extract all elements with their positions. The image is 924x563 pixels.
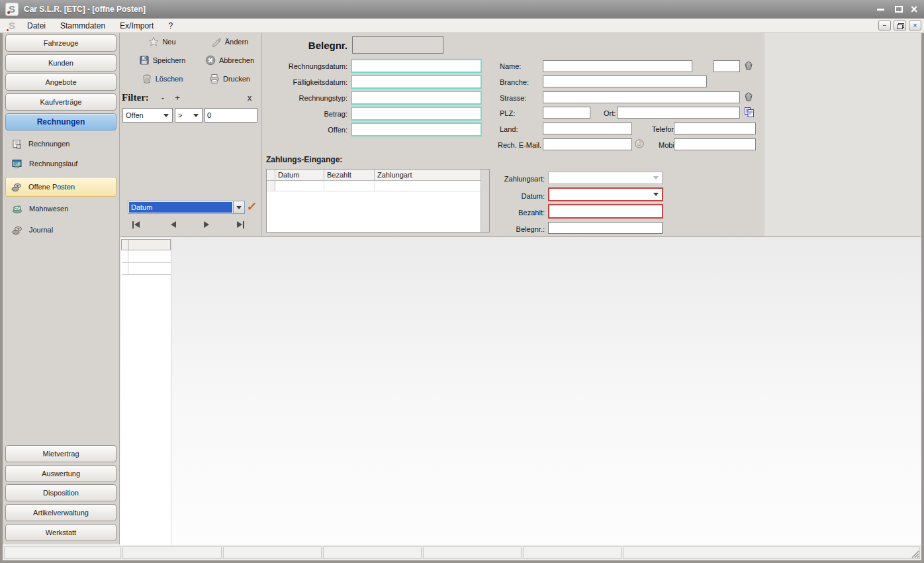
journal-icon (12, 225, 23, 235)
delete-button-label: Löschen (156, 75, 183, 83)
sort-dropdown-button[interactable] (233, 201, 244, 213)
mobil-input[interactable] (674, 138, 756, 150)
nav-first-button[interactable] (132, 219, 140, 230)
sidebar-item-kunden[interactable]: Kunden (5, 54, 116, 72)
sidebar-item-rechnungslauf[interactable]: Rechnungslauf (7, 156, 115, 171)
invoice-icon (12, 139, 22, 149)
chevron-down-icon (653, 193, 659, 199)
mdi-close-button[interactable]: × (909, 21, 921, 30)
faelligkeitsdatum-input[interactable] (351, 75, 482, 89)
column-header-zahlungart[interactable]: Zahlungart (375, 170, 481, 181)
sidebar-item-journal[interactable]: Journal (7, 223, 115, 237)
menu-stammdaten[interactable]: Stammdaten (53, 19, 113, 33)
belegnr-label: Belegnr. (261, 38, 347, 53)
status-panel (323, 546, 422, 559)
offen-input[interactable] (351, 123, 482, 136)
mdi-minimize-button[interactable]: − (878, 21, 891, 30)
column-header-datum[interactable]: Datum (275, 170, 324, 181)
filter-add-button[interactable]: + (172, 93, 183, 103)
edit-button[interactable]: Ändern (197, 34, 262, 49)
sidebar-item-disposition[interactable]: Disposition (5, 484, 116, 501)
sidebar-item-offene-posten[interactable]: Offene Posten (5, 177, 116, 197)
column-header-bezahlt[interactable]: Bezahlt (324, 170, 375, 181)
name-code-input[interactable] (714, 60, 740, 72)
minimize-button[interactable] (872, 0, 889, 19)
payments-empty-row[interactable] (267, 181, 481, 191)
sidebar-item-artikelverwaltung[interactable]: Artikelverwaltung (5, 504, 116, 521)
sidebar-item-label: Auswertung (42, 470, 80, 478)
bar-icon (132, 221, 134, 229)
cancel-button-label: Abbrechen (219, 56, 254, 64)
print-button[interactable]: Drucken (197, 72, 262, 86)
rechnungsdatum-input[interactable] (351, 59, 482, 73)
rech-email-input[interactable] (543, 138, 632, 150)
betrag-input[interactable] (351, 107, 482, 121)
filter-remove-button[interactable]: - (158, 93, 168, 103)
menu-help[interactable]: ? (161, 19, 180, 33)
app-logo-icon: S (5, 3, 19, 16)
strasse-input[interactable] (543, 91, 740, 103)
sidebar-item-rechnungen[interactable]: Rechnungen (5, 113, 116, 130)
menu-items: Datei Stammdaten Ex/Import ? (20, 19, 180, 33)
nav-next-button[interactable] (204, 219, 209, 230)
new-button[interactable]: Neu (131, 34, 193, 49)
sidebar-item-label: Angebote (45, 78, 76, 86)
sidebar-item-auswertung[interactable]: Auswertung (5, 465, 116, 482)
payment-belegnr-input[interactable] (548, 222, 663, 234)
belegnr-input[interactable] (352, 36, 443, 54)
payment-datum-select[interactable] (548, 187, 663, 201)
filter-operator-select[interactable]: > (175, 108, 203, 123)
mdi-restore-button[interactable] (894, 21, 906, 30)
close-button[interactable]: × (905, 0, 923, 19)
sidebar-item-rechnungen-sub[interactable]: Rechnungen (7, 136, 115, 151)
edit-icon (211, 36, 222, 47)
branche-input[interactable] (543, 76, 707, 87)
nav-previous-button[interactable] (171, 219, 176, 230)
address-lookup-icon[interactable] (744, 91, 753, 102)
delete-button[interactable]: Löschen (131, 72, 193, 86)
sidebar-sub-label: Offene Posten (28, 183, 75, 191)
land-input[interactable] (543, 123, 632, 134)
send-email-icon[interactable] (634, 138, 645, 149)
copy-icon[interactable] (744, 107, 755, 118)
zahlungsart-select[interactable] (548, 172, 663, 184)
land-label: Land: (500, 123, 518, 135)
sidebar-item-fahrzeuge[interactable]: Fahrzeuge (5, 34, 116, 52)
sidebar-item-kaufvertraege[interactable]: Kaufverträge (5, 93, 116, 111)
filter-close-button[interactable]: x (244, 93, 255, 103)
sort-apply-check-icon[interactable]: ✓ (246, 199, 257, 214)
faelligkeitsdatum-label: Fälligkeitsdatum: (261, 76, 347, 88)
filter-value-input[interactable] (205, 108, 257, 123)
rechnungstyp-input[interactable] (351, 91, 482, 105)
sidebar-item-angebote[interactable]: Angebote (5, 74, 116, 91)
payments-title: Zahlungs-Eingange: (266, 155, 342, 164)
results-grid-header[interactable] (121, 239, 171, 250)
row-selector-cell (267, 181, 275, 191)
payment-belegnr-label: Belegnr.: (479, 223, 545, 235)
arrow-left-icon (171, 221, 176, 228)
sort-select[interactable]: Datum (128, 201, 245, 214)
new-button-label: Neu (162, 38, 175, 46)
mdi-controls: − × (878, 21, 921, 30)
resize-grip[interactable] (911, 550, 919, 558)
menu-ex-import[interactable]: Ex/Import (113, 19, 161, 33)
payment-bezahlt-input[interactable] (548, 204, 663, 219)
plz-input[interactable] (543, 107, 590, 119)
sidebar-item-werkstatt[interactable]: Werkstatt (5, 524, 116, 541)
delete-icon (142, 74, 152, 84)
status-panel (4, 546, 121, 559)
status-panel (423, 546, 522, 559)
sidebar-item-mietvertrag[interactable]: Mietvertrag (5, 445, 116, 462)
zahlungsart-label: Zahlungsart: (479, 173, 545, 185)
menu-datei[interactable]: Datei (20, 19, 53, 33)
sidebar-item-mahnwesen[interactable]: Mahnwesen (7, 201, 115, 216)
customer-lookup-icon[interactable] (744, 60, 753, 71)
save-button[interactable]: Speichern (131, 53, 193, 68)
filter-field-select[interactable]: Offen (122, 108, 173, 123)
cancel-button[interactable]: Abbrechen (197, 53, 262, 68)
ort-label: Ort: (604, 107, 616, 119)
ort-input[interactable] (617, 107, 740, 119)
telefon-input[interactable] (674, 123, 756, 134)
nav-last-button[interactable] (237, 219, 244, 230)
name-input[interactable] (543, 60, 692, 72)
